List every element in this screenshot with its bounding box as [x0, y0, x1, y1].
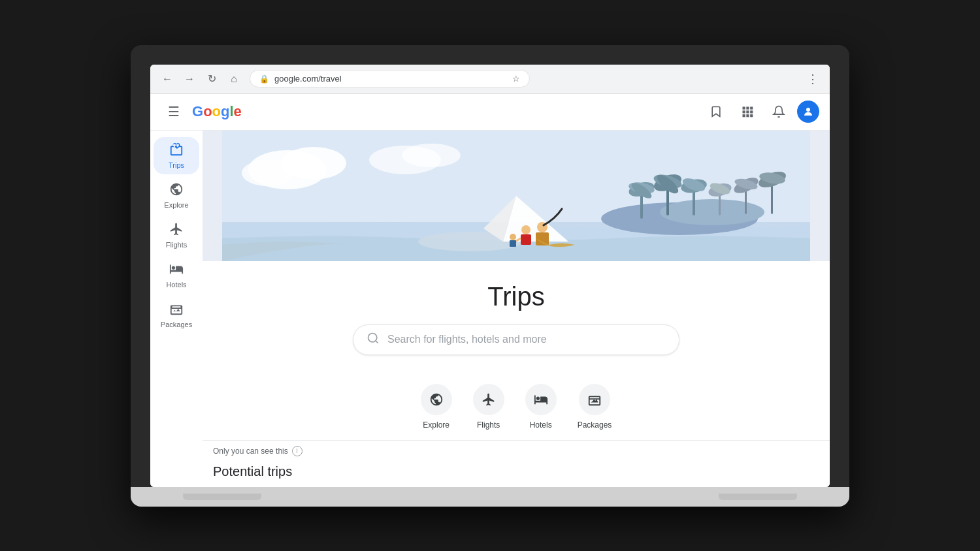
- svg-rect-3: [746, 107, 749, 110]
- svg-rect-4: [750, 107, 753, 110]
- potential-trips-title: Potential trips: [213, 464, 819, 479]
- category-hotels[interactable]: Hotels: [525, 384, 557, 430]
- laptop-container: ← → ↻ ⌂ 🔒 google.com/travel ☆ ⋮ ☰ G o o: [131, 45, 849, 507]
- lock-icon: 🔒: [259, 74, 269, 84]
- bookmark-button[interactable]: [703, 99, 729, 125]
- svg-point-49: [368, 333, 377, 341]
- category-packages-label: Packages: [578, 420, 612, 430]
- content-area: Trips Explore Flights: [150, 131, 830, 487]
- laptop-foot-left: [183, 494, 261, 500]
- forward-button[interactable]: →: [180, 70, 199, 88]
- back-button[interactable]: ←: [158, 70, 176, 88]
- page-title: Trips: [216, 282, 817, 311]
- app-container: ☰ G o o g l e: [150, 94, 830, 487]
- hamburger-button[interactable]: ☰: [161, 99, 187, 125]
- svg-rect-29: [693, 189, 695, 215]
- category-row: Explore Flights Hotels: [203, 368, 830, 440]
- svg-rect-6: [746, 110, 749, 113]
- bookmark-star-icon[interactable]: ☆: [512, 74, 520, 84]
- sidebar-packages-label: Packages: [161, 321, 192, 328]
- svg-rect-2: [743, 107, 745, 110]
- laptop-bottom: [131, 487, 849, 507]
- svg-rect-21: [640, 193, 643, 219]
- trips-icon: [169, 142, 184, 160]
- logo-g2: g: [221, 103, 229, 120]
- hero-section: [203, 131, 830, 261]
- address-bar[interactable]: 🔒 google.com/travel ☆: [250, 70, 530, 87]
- header-icons: [703, 99, 819, 125]
- sidebar-item-flights[interactable]: Flights: [154, 217, 199, 254]
- category-hotels-icon: [525, 384, 557, 415]
- refresh-button[interactable]: ↻: [203, 70, 221, 88]
- svg-point-11: [806, 108, 810, 112]
- apps-grid-button[interactable]: [734, 99, 760, 125]
- category-flights-label: Flights: [477, 420, 500, 430]
- sidebar-item-packages[interactable]: Packages: [154, 296, 199, 334]
- svg-rect-9: [746, 114, 749, 117]
- sidebar-item-hotels[interactable]: Hotels: [154, 257, 199, 294]
- info-icon[interactable]: i: [292, 446, 302, 456]
- svg-point-15: [242, 160, 294, 186]
- sidebar: Trips Explore Flights: [150, 131, 203, 487]
- laptop-foot-right: [719, 494, 797, 500]
- svg-rect-45: [521, 234, 531, 245]
- laptop-screen: ← → ↻ ⌂ 🔒 google.com/travel ☆ ⋮ ☰ G o o: [150, 65, 830, 487]
- browser-nav-buttons: ← → ↻ ⌂: [158, 70, 243, 88]
- category-packages-icon: [579, 384, 610, 415]
- logo-o1: o: [203, 103, 212, 120]
- svg-rect-48: [510, 240, 516, 247]
- trips-title-section: Trips Search for flights, hotels and mor…: [203, 261, 830, 368]
- category-packages[interactable]: Packages: [578, 384, 612, 430]
- svg-rect-5: [743, 110, 745, 113]
- app-header: ☰ G o o g l e: [150, 94, 830, 131]
- google-logo: G o o g l e: [192, 103, 242, 120]
- privacy-notice: Only you can see this i: [213, 446, 819, 456]
- sidebar-item-explore[interactable]: Explore: [154, 177, 199, 214]
- svg-point-17: [402, 144, 461, 167]
- sidebar-flights-label: Flights: [166, 241, 187, 249]
- flights-icon: [169, 222, 184, 240]
- svg-rect-7: [750, 110, 753, 113]
- logo-o2: o: [212, 103, 221, 120]
- svg-rect-10: [750, 114, 753, 117]
- search-icon: [367, 332, 380, 348]
- category-flights[interactable]: Flights: [473, 384, 504, 430]
- home-button[interactable]: ⌂: [225, 70, 243, 88]
- browser-menu-button[interactable]: ⋮: [804, 70, 822, 88]
- browser-chrome: ← → ↻ ⌂ 🔒 google.com/travel ☆ ⋮: [150, 65, 830, 94]
- sidebar-hotels-label: Hotels: [166, 281, 186, 289]
- svg-point-47: [510, 234, 516, 240]
- notifications-button[interactable]: [766, 99, 792, 125]
- category-explore[interactable]: Explore: [421, 384, 452, 430]
- packages-icon: [169, 302, 184, 319]
- potential-trips-section: Only you can see this i Potential trips: [203, 440, 830, 487]
- sidebar-explore-label: Explore: [164, 201, 188, 209]
- url-text: google.com/travel: [274, 74, 507, 84]
- category-explore-icon: [421, 384, 452, 415]
- logo-e: e: [234, 103, 242, 120]
- category-flights-icon: [473, 384, 504, 415]
- svg-rect-38: [771, 183, 773, 214]
- explore-icon: [169, 182, 184, 200]
- search-placeholder-text: Search for flights, hotels and more: [387, 334, 547, 345]
- hotels-icon: [169, 262, 184, 279]
- svg-point-44: [521, 225, 531, 234]
- sidebar-trips-label: Trips: [169, 161, 184, 169]
- logo-g: G: [192, 103, 203, 120]
- category-explore-label: Explore: [423, 420, 449, 430]
- svg-rect-43: [536, 232, 549, 245]
- search-bar[interactable]: Search for flights, hotels and more: [353, 324, 679, 355]
- privacy-notice-text: Only you can see this: [213, 447, 288, 456]
- svg-rect-8: [743, 114, 745, 117]
- main-content: Trips Search for flights, hotels and mor…: [203, 131, 830, 487]
- svg-point-20: [660, 199, 764, 225]
- user-avatar[interactable]: [797, 101, 819, 123]
- sidebar-item-trips[interactable]: Trips: [154, 137, 199, 174]
- category-hotels-label: Hotels: [530, 420, 552, 430]
